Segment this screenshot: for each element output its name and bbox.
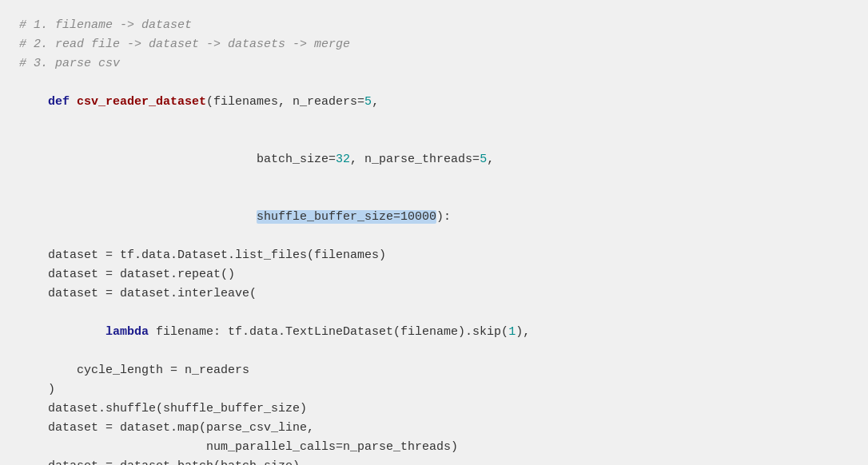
skip-value: 1 [508,325,516,339]
dataset-list-files: dataset = tf.data.Dataset.list_files(fil… [19,246,849,265]
comment-line-3: # 3. parse csv [19,54,849,74]
dataset-interleave: dataset = dataset.interleave( [19,284,849,304]
dataset-batch: dataset = dataset.batch(batch_size) [19,457,849,465]
n-parse-value: 5 [480,153,487,166]
lambda-line: lambda filename: tf.data.TextLineDataset… [19,304,849,361]
dataset-map: dataset = dataset.map(parse_csv_line, [19,419,849,438]
params-open: (filenames, n_readers= [206,95,364,109]
function-name: csv_reader_dataset [77,95,206,109]
shuffle-buffer-param: shuffle_buffer_size=10000 [257,210,436,224]
comma2: , [487,153,494,166]
n-readers-value: 5 [364,95,372,109]
dataset-repeat: dataset = dataset.repeat() [19,265,849,284]
def-keyword: def [48,95,77,109]
n-parse-param: , n_parse_threads= [350,153,480,166]
def-line: def csv_reader_dataset(filenames, n_read… [19,74,849,131]
cycle-length: cycle_length = n_readers [19,361,849,380]
batch-size-value: 32 [336,153,350,166]
comment-line-1: # 1. filename -> dataset [19,16,849,35]
params-line-3: shuffle_buffer_size=10000): [19,189,849,246]
params-close: ): [436,210,451,224]
lambda-body: filename: tf.data.TextLineDataset(filena… [149,325,508,339]
num-parallel-calls: num_parallel_calls=n_parse_threads) [19,438,849,457]
dataset-shuffle: dataset.shuffle(shuffle_buffer_size) [19,399,849,419]
lambda-indent [48,325,106,339]
batch-size-param: batch_size= [48,153,336,166]
params-line-2: batch_size=32, n_parse_threads=5, [19,131,849,189]
shuffle-indent [48,210,257,224]
closing-paren: ) [19,380,849,399]
comment-line-2: # 2. read file -> dataset -> datasets ->… [19,35,849,54]
comma1: , [372,95,379,109]
lambda-keyword: lambda [106,325,149,339]
code-block: # 1. filename -> dataset # 2. read file … [19,16,849,465]
lambda-end: ), [516,325,530,339]
